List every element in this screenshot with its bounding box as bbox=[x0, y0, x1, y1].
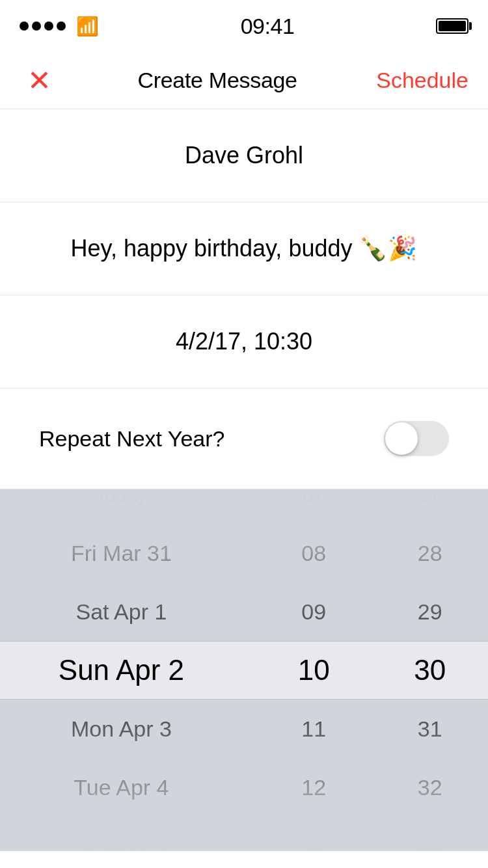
status-bar: 📶 09:41 bbox=[0, 0, 488, 52]
picker-item[interactable]: Tue Apr 4 bbox=[0, 758, 243, 817]
picker-item[interactable]: 07 bbox=[256, 489, 372, 524]
picker-minute-column[interactable]: 27282930313233 bbox=[372, 489, 488, 851]
recipient-section: Dave Grohl bbox=[0, 109, 488, 202]
picker-item[interactable]: Fri Mar 31 bbox=[0, 524, 243, 582]
status-time: 09:41 bbox=[241, 14, 295, 39]
signal-dot-2 bbox=[32, 21, 41, 31]
picker-item[interactable]: 11 bbox=[256, 699, 372, 758]
signal-dot-1 bbox=[20, 21, 29, 31]
picker-item[interactable]: 13 bbox=[256, 817, 372, 851]
recipient-name[interactable]: Dave Grohl bbox=[185, 142, 303, 169]
picker-item[interactable]: Wed Apr 5 bbox=[0, 817, 243, 851]
message-text[interactable]: Hey, happy birthday, buddy 🍾🎉 bbox=[71, 235, 418, 262]
picker-item[interactable]: 32 bbox=[372, 758, 488, 817]
schedule-button[interactable]: Schedule bbox=[376, 68, 468, 93]
picker-columns: TodayFri Mar 31Sat Apr 1Sun Apr 2Mon Apr… bbox=[0, 489, 488, 851]
picker-item[interactable]: Sat Apr 1 bbox=[0, 582, 243, 641]
picker-item[interactable]: 27 bbox=[372, 489, 488, 524]
status-left: 📶 bbox=[20, 16, 99, 37]
picker-item[interactable]: 08 bbox=[256, 524, 372, 582]
nav-bar: ✕ Create Message Schedule bbox=[0, 52, 488, 109]
picker-area[interactable]: TodayFri Mar 31Sat Apr 1Sun Apr 2Mon Apr… bbox=[0, 489, 488, 851]
picker-item[interactable]: Today bbox=[0, 489, 243, 524]
datetime-section: 4/2/17, 10:30 bbox=[0, 295, 488, 388]
repeat-section: Repeat Next Year? bbox=[0, 388, 488, 489]
content-area: Dave Grohl Hey, happy birthday, buddy 🍾🎉… bbox=[0, 109, 488, 489]
picker-hour-column[interactable]: 07080910111213 bbox=[256, 489, 372, 851]
page-title: Create Message bbox=[137, 68, 297, 93]
picker-item[interactable]: 29 bbox=[372, 582, 488, 641]
picker-item[interactable]: 12 bbox=[256, 758, 372, 817]
picker-item[interactable]: Mon Apr 3 bbox=[0, 699, 243, 758]
picker-item[interactable]: 09 bbox=[256, 582, 372, 641]
picker-item[interactable]: Sun Apr 2 bbox=[0, 641, 243, 699]
repeat-toggle[interactable] bbox=[384, 421, 449, 456]
close-button[interactable]: ✕ bbox=[20, 66, 59, 95]
signal-dot-3 bbox=[44, 21, 53, 31]
picker-minute-items: 27282930313233 bbox=[372, 489, 488, 851]
picker-date-items: TodayFri Mar 31Sat Apr 1Sun Apr 2Mon Apr… bbox=[0, 489, 256, 851]
picker-item[interactable]: 28 bbox=[372, 524, 488, 582]
picker-item[interactable]: 30 bbox=[372, 641, 488, 699]
picker-item[interactable]: 31 bbox=[372, 699, 488, 758]
signal-dot-4 bbox=[57, 21, 66, 31]
picker-item[interactable]: 33 bbox=[372, 817, 488, 851]
picker-item[interactable]: 10 bbox=[256, 641, 372, 699]
battery-icon bbox=[436, 18, 468, 34]
battery-fill bbox=[439, 21, 466, 31]
message-section: Hey, happy birthday, buddy 🍾🎉 bbox=[0, 202, 488, 295]
picker-date-column[interactable]: TodayFri Mar 31Sat Apr 1Sun Apr 2Mon Apr… bbox=[0, 489, 256, 851]
repeat-label: Repeat Next Year? bbox=[39, 426, 224, 452]
picker-hour-items: 07080910111213 bbox=[256, 489, 372, 851]
datetime-value[interactable]: 4/2/17, 10:30 bbox=[176, 328, 312, 355]
toggle-knob bbox=[385, 422, 418, 455]
wifi-icon: 📶 bbox=[76, 16, 99, 37]
signal-dots bbox=[20, 21, 66, 31]
status-right bbox=[436, 18, 468, 34]
